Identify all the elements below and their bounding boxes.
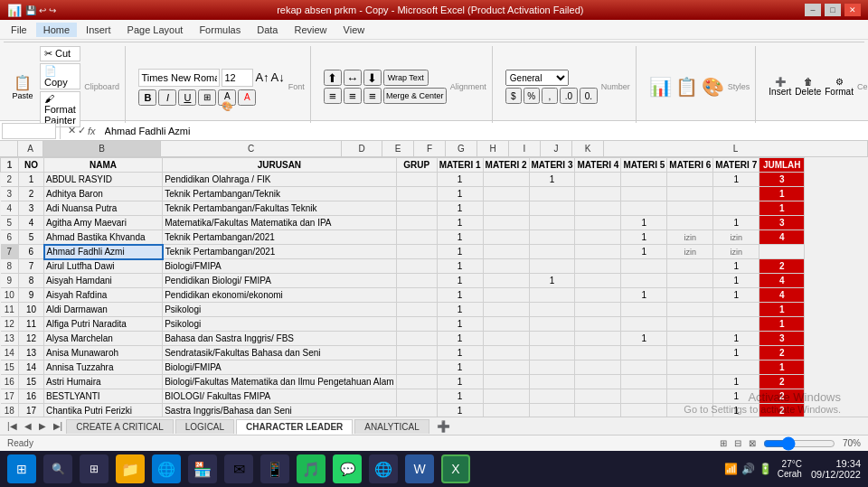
currency-button[interactable]: $ <box>505 88 522 104</box>
cell-nama[interactable]: Ahmad Fadhli Azmi <box>44 245 163 259</box>
cell-m4[interactable] <box>575 317 621 332</box>
cell-m4[interactable] <box>575 230 621 245</box>
cell-m2[interactable] <box>483 288 529 303</box>
cell-m7[interactable]: 1 <box>713 173 760 187</box>
cell-m6[interactable] <box>667 389 713 404</box>
cell-nama[interactable]: Ahmad Bastika Khvanda <box>44 230 163 245</box>
border-button[interactable]: ⊞ <box>198 89 216 106</box>
cell-m3[interactable] <box>529 375 575 389</box>
cell-m6[interactable] <box>667 274 713 288</box>
cell-nama[interactable]: Annisa Tuzzahra <box>44 361 163 375</box>
cell-m1[interactable]: 1 <box>437 332 483 346</box>
cell-jumlah[interactable]: 4 <box>760 288 805 303</box>
cell-m3[interactable] <box>529 259 575 274</box>
cell-m4[interactable] <box>575 245 621 259</box>
cell-m3[interactable] <box>529 187 575 201</box>
cell-nama[interactable]: Airul Lutfha Dawi <box>44 259 163 274</box>
cell-m7[interactable]: 1 <box>713 332 760 346</box>
cell-m3[interactable] <box>529 303 575 317</box>
cell-m5[interactable]: 1 <box>621 230 667 245</box>
cell-grup[interactable] <box>396 288 437 303</box>
cell-m1[interactable]: 1 <box>437 173 483 187</box>
cell-grup[interactable] <box>396 389 437 404</box>
cell-no[interactable]: 1 <box>19 173 44 187</box>
col-header-f[interactable]: F <box>414 141 446 156</box>
cell-m7[interactable] <box>713 361 760 375</box>
cell-nama[interactable]: Aldi Darmawan <box>44 303 163 317</box>
word-icon[interactable]: W <box>405 454 434 483</box>
maximize-button[interactable]: □ <box>825 4 841 16</box>
cell-m3[interactable] <box>529 201 575 216</box>
cell-m5[interactable] <box>621 187 667 201</box>
cell-jumlah[interactable]: 1 <box>760 317 805 332</box>
cell-m4[interactable] <box>575 332 621 346</box>
cell-no[interactable]: 8 <box>19 274 44 288</box>
cell-nama[interactable]: ABDUL RASYID <box>44 173 163 187</box>
col-header-c[interactable]: C <box>161 141 342 156</box>
header-materi5[interactable]: MATERI 5 <box>621 158 667 173</box>
cell-m6[interactable] <box>667 173 713 187</box>
cell-nama[interactable]: Agitha Amy Maevari <box>44 216 163 230</box>
cell-m7[interactable]: 1 <box>713 389 760 404</box>
cell-no[interactable]: 9 <box>19 288 44 303</box>
cell-m2[interactable] <box>483 375 529 389</box>
cell-grup[interactable] <box>396 375 437 389</box>
cell-m2[interactable] <box>483 303 529 317</box>
sheet-nav-next[interactable]: ▶ <box>35 421 50 431</box>
cell-jumlah[interactable]: 4 <box>760 274 805 288</box>
cell-jurusan[interactable]: Psikologi <box>163 303 396 317</box>
font-name-input[interactable] <box>138 69 220 87</box>
cell-m3[interactable] <box>529 361 575 375</box>
header-materi1[interactable]: MATERI 1 <box>437 158 483 173</box>
cell-jurusan[interactable]: Sendratasik/Fakultas Bahasa dan Seni <box>163 346 396 361</box>
cell-m6[interactable] <box>667 332 713 346</box>
cell-m6[interactable] <box>667 259 713 274</box>
cell-jurusan[interactable]: Teknik Pertambangan/Fakultas Teknik <box>163 201 396 216</box>
col-header-a[interactable]: A <box>18 141 43 156</box>
start-button[interactable]: ⊞ <box>7 454 36 483</box>
insert-button[interactable]: ➕Insert <box>769 77 791 97</box>
header-materi4[interactable]: MATERI 4 <box>575 158 621 173</box>
formula-input[interactable] <box>103 123 866 139</box>
cell-m4[interactable] <box>575 361 621 375</box>
cell-nama[interactable]: Adhitya Baron <box>44 187 163 201</box>
cell-m1[interactable]: 1 <box>437 303 483 317</box>
fill-color-button[interactable]: A🎨 <box>218 89 236 106</box>
cell-m6[interactable] <box>667 187 713 201</box>
cell-no[interactable]: 3 <box>19 201 44 216</box>
battery-icon[interactable]: 🔋 <box>759 463 772 475</box>
cell-jumlah[interactable]: 3 <box>760 332 805 346</box>
cell-no[interactable]: 6 <box>19 245 44 259</box>
cell-jumlah[interactable] <box>760 245 805 259</box>
edge-browser-icon[interactable]: 🌐 <box>152 454 181 483</box>
cell-m3[interactable] <box>529 245 575 259</box>
cell-m3[interactable]: 1 <box>529 274 575 288</box>
cell-m1[interactable]: 1 <box>437 317 483 332</box>
cell-m7[interactable] <box>713 201 760 216</box>
cell-jumlah[interactable]: 1 <box>760 303 805 317</box>
view-layout-icon[interactable]: ⊟ <box>734 438 741 448</box>
col-header-h[interactable]: H <box>477 141 509 156</box>
header-jumlah[interactable]: JUMLAH <box>760 158 805 173</box>
align-center-button[interactable]: ≡ <box>344 88 362 104</box>
cell-m6[interactable] <box>667 375 713 389</box>
font-size-input[interactable] <box>222 69 253 87</box>
menu-review[interactable]: Review <box>287 23 334 37</box>
cell-m6[interactable] <box>667 346 713 361</box>
col-header-i[interactable]: I <box>509 141 541 156</box>
cell-no[interactable]: 14 <box>19 361 44 375</box>
cell-nama[interactable]: Alysa Marchelan <box>44 332 163 346</box>
cell-jumlah[interactable]: 3 <box>760 216 805 230</box>
wrap-text-button[interactable]: Wrap Text <box>383 70 429 86</box>
cell-m6[interactable] <box>667 303 713 317</box>
cell-m1[interactable]: 1 <box>437 259 483 274</box>
cell-jumlah[interactable]: 1 <box>760 201 805 216</box>
bold-button[interactable]: B <box>138 89 156 106</box>
cell-no[interactable]: 12 <box>19 332 44 346</box>
cell-jurusan[interactable]: Teknik Pertambangan/2021 <box>163 230 396 245</box>
cell-nama[interactable]: Aisyah Rafdina <box>44 288 163 303</box>
cell-grup[interactable] <box>396 346 437 361</box>
paste-button[interactable]: 📋 Paste <box>9 72 36 102</box>
align-left-button[interactable]: ≡ <box>324 88 342 104</box>
cell-jurusan[interactable]: Psikologi <box>163 317 396 332</box>
